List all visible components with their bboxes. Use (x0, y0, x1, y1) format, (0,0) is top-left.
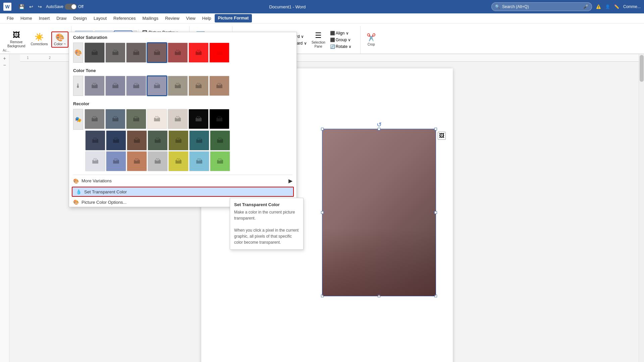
swatch-img: 🏔 (210, 76, 229, 96)
tone-swatch-3[interactable]: 🏔 (147, 76, 167, 96)
layout-badge[interactable]: 🖼 (438, 132, 446, 140)
redo-button[interactable]: ↪ (37, 3, 43, 10)
tooltip-line4: When you click a pixel in the (234, 228, 285, 233)
menu-draw[interactable]: Draw (53, 14, 70, 22)
recolor-r1-s3[interactable]: 🏔 (147, 109, 167, 129)
selected-image[interactable]: ↺ 🖼 (322, 129, 436, 296)
handle-middle-left[interactable] (321, 211, 324, 214)
swatch-img: 🏔 (126, 76, 146, 96)
recolor-r2-s1[interactable]: 🏔 (106, 130, 126, 150)
title-bar-right: ⚠️ 👤 ✏️ Comme... (596, 4, 641, 9)
sat-swatch-0[interactable]: 🏔 (85, 43, 105, 63)
menu-home[interactable]: Home (17, 14, 36, 22)
recolor-r3-s4[interactable]: 🏔 (168, 151, 189, 171)
align-icon: ⬛ (330, 31, 335, 36)
sat-swatch-6[interactable]: 🏔 (209, 43, 229, 63)
color-saturation-title: Color Saturation (69, 32, 297, 41)
menu-help[interactable]: Help (199, 14, 215, 22)
autosave-switch[interactable] (65, 4, 77, 10)
recolor-r1-s6[interactable]: 🏔 (209, 109, 229, 129)
set-transparent-color-item[interactable]: 💧 Set Transparent Color (72, 187, 294, 197)
zoom-in-button[interactable]: + (3, 56, 6, 61)
corrections-button[interactable]: ☀️ Corrections (29, 32, 50, 47)
sat-swatch-4[interactable]: 🏔 (168, 43, 188, 63)
undo-button[interactable]: ↩ (28, 3, 35, 10)
menu-layout[interactable]: Layout (90, 14, 110, 22)
scrollbar-thumb[interactable] (640, 55, 644, 82)
tone-swatch-2[interactable]: 🏔 (126, 76, 146, 96)
rotate-button[interactable]: 🔄 Rotate ∨ (329, 44, 353, 50)
tooltip-line1: Make a color in the current picture (234, 210, 295, 215)
comment-label[interactable]: Comme... (623, 4, 641, 9)
recolor-r1-s1[interactable]: 🏔 (105, 109, 125, 129)
recolor-r1-s2[interactable]: 🏔 (126, 109, 146, 129)
menu-view[interactable]: View (183, 14, 199, 22)
recolor-r3-s2[interactable]: 🏔 (127, 151, 147, 171)
swatch-img: 🏔 (126, 109, 146, 129)
recolor-r2-s4[interactable]: 🏔 (168, 130, 189, 150)
remove-background-button[interactable]: 🖼 RemoveBackground (5, 30, 27, 49)
menu-design[interactable]: Design (70, 14, 90, 22)
color-icon: 🎨 (55, 33, 64, 42)
rotate-label: Rotate ∨ (336, 44, 352, 49)
pen-icon[interactable]: ✏️ (614, 4, 619, 9)
tone-swatch-0[interactable]: 🏔 (85, 76, 105, 96)
menu-references[interactable]: References (110, 14, 139, 22)
recolor-r3-s0[interactable]: 🏔 (85, 151, 105, 171)
align-button[interactable]: ⬛ Align ∨ (329, 30, 353, 36)
recolor-r1-s4[interactable]: 🏔 (168, 109, 188, 129)
menu-insert[interactable]: Insert (36, 14, 53, 22)
group-button[interactable]: ⬛ Group ∨ (329, 37, 353, 43)
sat-swatch-3[interactable]: 🏔 (147, 43, 167, 63)
ruler-2: 2 (49, 56, 51, 60)
tooltip-box: Set Transparent Color Make a color in th… (230, 198, 304, 250)
recolor-r2-s5[interactable]: 🏔 (189, 130, 209, 150)
recolor-r3-s6[interactable]: 🏔 (210, 151, 230, 171)
user-icon[interactable]: 👤 (605, 4, 610, 9)
remove-bg-icon: 🖼 (13, 31, 20, 40)
tone-swatch-1[interactable]: 🏔 (105, 76, 125, 96)
recolor-r3-s5[interactable]: 🏔 (189, 151, 209, 171)
search-bar[interactable]: 🔍 Search (Alt+Q) 🎤 (491, 2, 592, 11)
autosave-toggle[interactable]: AutoSave Off (46, 4, 84, 10)
right-scrollbar[interactable] (639, 54, 644, 362)
group-icon: ⬛ (330, 38, 335, 42)
swatch-img: 🏔 (189, 76, 208, 96)
handle-middle-right[interactable] (434, 211, 437, 214)
selection-pane-icon: ☰ (315, 31, 322, 40)
tone-swatch-6[interactable]: 🏔 (209, 76, 229, 96)
tooltip-line2: transparent. (234, 216, 256, 221)
microphone-icon[interactable]: 🎤 (583, 4, 588, 9)
tone-swatch-4[interactable]: 🏔 (168, 76, 188, 96)
more-variations-item[interactable]: 🎨 More Variations ▶ (69, 176, 297, 186)
tone-swatch-5[interactable]: 🏔 (189, 76, 209, 96)
recolor-r2-s6[interactable]: 🏔 (210, 130, 230, 150)
color-button[interactable]: 🎨 Color ~ (51, 32, 69, 48)
recolor-r1-s0[interactable]: 🏔 (85, 109, 105, 129)
menu-file[interactable]: File (3, 14, 17, 22)
color-options-icon: 🎨 (73, 199, 79, 205)
rotation-handle[interactable]: ↺ (377, 121, 382, 128)
recolor-r3-s3[interactable]: 🏔 (148, 151, 168, 171)
recolor-r2-s3[interactable]: 🏔 (148, 130, 168, 150)
zoom-out-button[interactable]: − (3, 62, 6, 68)
handle-top-left[interactable] (321, 128, 324, 130)
menu-mailings[interactable]: Mailings (139, 14, 162, 22)
sat-swatch-1[interactable]: 🏔 (105, 43, 125, 63)
recolor-r1-s5[interactable]: 🏔 (189, 109, 209, 129)
recolor-r2-s2[interactable]: 🏔 (127, 130, 147, 150)
menu-picture-format[interactable]: Picture Format (215, 14, 252, 22)
sat-swatch-2[interactable]: 🏔 (126, 43, 146, 63)
handle-top-right[interactable] (434, 128, 437, 130)
recolor-r2-s0[interactable]: 🏔 (85, 130, 105, 150)
recolor-r3-s1[interactable]: 🏔 (106, 151, 126, 171)
recolor-symbol: 🎭 (75, 116, 82, 123)
save-button[interactable]: 💾 (17, 3, 26, 10)
swatch-img: 🏔 (85, 109, 104, 129)
swatch-img: 🏔 (106, 109, 125, 129)
ruler-1: 1 (27, 56, 29, 60)
sat-swatch-5[interactable]: 🏔 (189, 43, 209, 63)
menu-review[interactable]: Review (162, 14, 183, 22)
crop-button[interactable]: ✂️ Crop (364, 32, 379, 48)
selection-pane-button[interactable]: ☰ SelectionPane (310, 30, 327, 50)
